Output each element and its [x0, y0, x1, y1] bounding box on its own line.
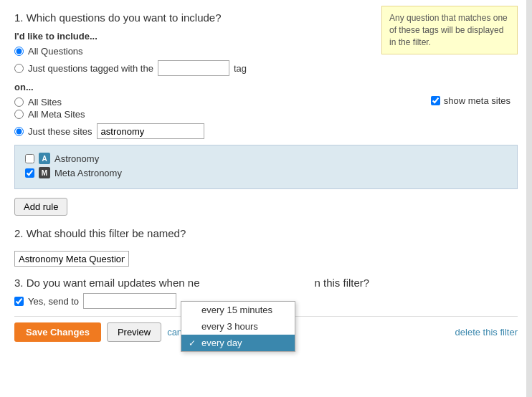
meta-astronomy-checkbox[interactable]	[25, 168, 34, 178]
all-sites-radio[interactable]	[14, 97, 24, 107]
tag-input[interactable]	[158, 60, 229, 76]
just-these-label: Just these sites	[28, 126, 92, 137]
option-15min-label: every 15 minutes	[201, 305, 272, 315]
tooltip-box: Any question that matches one of these t…	[381, 6, 518, 54]
just-these-row: Just these sites	[14, 123, 518, 139]
site-item-astronomy: A Astronomy	[25, 153, 507, 164]
astronomy-checkbox[interactable]	[25, 154, 34, 163]
section2: 2. What should this filter be named?	[14, 227, 518, 267]
just-these-input[interactable]	[97, 123, 204, 139]
section3: 3. Do you want email updates when nen th…	[14, 277, 518, 309]
option-15min[interactable]: every 15 minutes	[181, 302, 295, 318]
page-container: Any question that matches one of these t…	[0, 0, 532, 353]
show-meta-row: show meta sites	[14, 95, 518, 106]
all-questions-label: All Questions	[28, 46, 83, 57]
yes-email-checkbox[interactable]	[14, 297, 24, 306]
tooltip-text: Any question that matches one of these t…	[389, 13, 508, 47]
show-meta-label: show meta sites	[444, 95, 510, 106]
all-questions-radio[interactable]	[14, 47, 24, 56]
site-list-area: A Astronomy M Meta Astronomy	[14, 145, 518, 189]
section3-row: Yes, send to every 15 minutes every 3 ho…	[14, 293, 518, 309]
show-meta-checkbox[interactable]	[431, 96, 440, 105]
add-rule-button[interactable]: Add rule	[14, 198, 67, 216]
check-everyday: ✓	[189, 338, 199, 348]
dropdown-menu: every 15 minutes every 3 hours ✓ every d…	[181, 301, 295, 352]
tagged-questions-row: Just questions tagged with the tag	[14, 60, 518, 76]
all-meta-label: All Meta Sites	[28, 109, 85, 120]
delete-link[interactable]: delete this filter	[455, 327, 518, 338]
option-3hours[interactable]: every 3 hours	[181, 318, 295, 335]
astronomy-badge: A	[39, 153, 50, 164]
meta-astronomy-badge: M	[39, 167, 50, 178]
section2-title: 2. What should this filter be named?	[14, 227, 518, 239]
all-sites-label: All Sites	[28, 97, 62, 107]
option-everyday[interactable]: ✓ every day	[181, 335, 295, 351]
preview-button[interactable]: Preview	[107, 322, 161, 342]
section3-title: 3. Do you want email updates when nen th…	[14, 277, 518, 289]
tagged-questions-radio[interactable]	[14, 64, 24, 73]
option-everyday-label: every day	[201, 338, 242, 348]
just-these-radio[interactable]	[14, 127, 24, 136]
all-meta-row: All Meta Sites	[14, 109, 518, 120]
site-item-meta-astronomy: M Meta Astronomy	[25, 167, 507, 178]
email-input[interactable]	[83, 293, 176, 309]
yes-email-label: Yes, send to	[28, 296, 79, 307]
on-label: on...	[14, 82, 518, 92]
option-3hours-label: every 3 hours	[201, 321, 258, 332]
meta-astronomy-label: Meta Astronomy	[54, 168, 122, 178]
all-meta-radio[interactable]	[14, 110, 24, 119]
section3-title-end: n this filter?	[315, 277, 370, 289]
astronomy-label: Astronomy	[54, 153, 99, 164]
scrollbar[interactable]	[526, 0, 532, 397]
filter-name-input[interactable]	[14, 251, 129, 267]
tag-suffix: tag	[234, 63, 247, 74]
tagged-questions-label: Just questions tagged with the	[28, 63, 153, 74]
section3-title-start: 3. Do you want email updates when ne	[14, 277, 200, 289]
save-button[interactable]: Save Changes	[14, 322, 101, 342]
